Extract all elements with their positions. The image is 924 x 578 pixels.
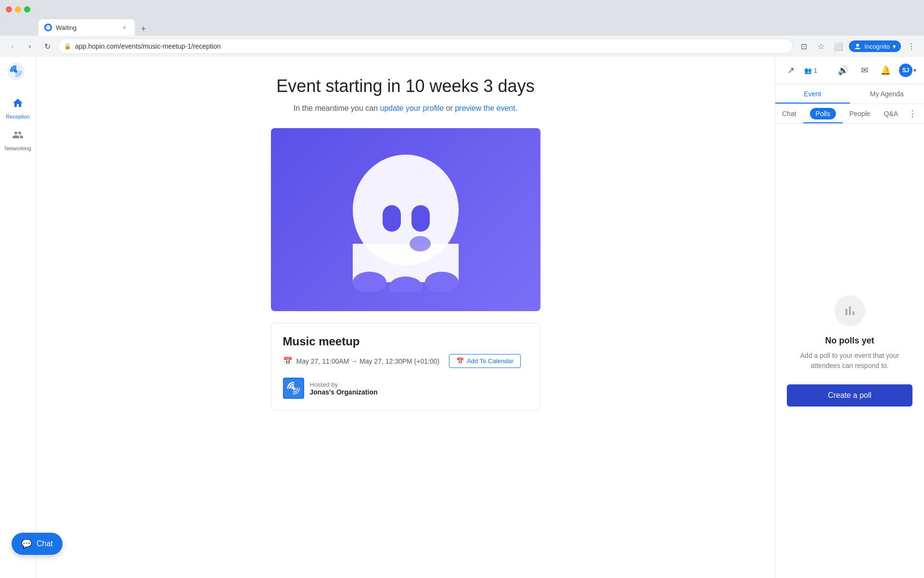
forward-button[interactable]: › bbox=[23, 39, 37, 53]
add-to-calendar-icon: 📅 bbox=[456, 357, 464, 365]
cast-icon[interactable]: ⊡ bbox=[797, 39, 810, 53]
or-text: or bbox=[444, 104, 455, 112]
back-button[interactable]: ‹ bbox=[6, 39, 19, 53]
security-lock-icon: 🔒 bbox=[64, 43, 71, 50]
profile-icon bbox=[854, 42, 861, 50]
svg-point-13 bbox=[292, 387, 295, 390]
panel-left-controls: ↗ 👥 1 bbox=[783, 63, 817, 78]
sub-tab-qa-label: Q&A bbox=[884, 110, 898, 118]
preview-event-link[interactable]: preview the event bbox=[455, 104, 515, 112]
maximize-button[interactable] bbox=[24, 6, 30, 13]
sidebar-item-networking[interactable]: Networking bbox=[1, 125, 34, 155]
app-layout: Reception Networking Event starting in 1… bbox=[0, 57, 924, 578]
subtitle-period: . bbox=[515, 104, 517, 112]
calendar-icon: 📅 bbox=[283, 356, 293, 366]
browser-toolbar: ‹ › ↻ 🔒 app.hopin.com/events/music-meetu… bbox=[0, 36, 924, 57]
tab-search-icon[interactable]: ⬜ bbox=[832, 39, 845, 53]
attendees-count: 1 bbox=[814, 67, 817, 74]
svg-rect-7 bbox=[411, 205, 430, 232]
profile-chevron-icon: ▾ bbox=[893, 43, 896, 50]
new-tab-button[interactable]: + bbox=[137, 22, 150, 36]
reload-button[interactable]: ↻ bbox=[40, 39, 54, 53]
user-avatar: SJ bbox=[899, 64, 912, 77]
event-card: Music meetup 📅 May 27, 11:00AM → May 27,… bbox=[271, 323, 540, 411]
chat-fab-label: Chat bbox=[37, 539, 53, 548]
no-polls-title: No polls yet bbox=[825, 336, 874, 346]
sub-tab-chat[interactable]: Chat bbox=[775, 104, 803, 123]
event-date-row: 📅 May 27, 11:00AM → May 27, 12:30PM (+01… bbox=[283, 354, 528, 368]
hosted-by-section: Hosted by Jonas's Organization bbox=[283, 378, 528, 399]
panel-main-tabs: Event My Agenda bbox=[775, 84, 924, 104]
sidebar: Reception Networking bbox=[0, 57, 36, 578]
minimize-button[interactable] bbox=[15, 6, 21, 13]
event-image-ghost bbox=[343, 147, 468, 292]
right-panel: ↗ 👥 1 🔊 ✉ 🔔 SJ ▾ Event bbox=[775, 57, 924, 578]
share-icon[interactable]: ↗ bbox=[783, 63, 798, 78]
no-polls-description: Add a poll to your event that your atten… bbox=[787, 351, 912, 371]
more-options-icon[interactable]: ⋮ bbox=[905, 39, 918, 53]
volume-icon[interactable]: 🔊 bbox=[835, 63, 851, 78]
tab-my-agenda-label: My Agenda bbox=[870, 90, 904, 98]
browser-titlebar bbox=[0, 0, 924, 18]
event-name: Music meetup bbox=[283, 335, 528, 348]
app-logo[interactable] bbox=[7, 63, 28, 84]
url-text: app.hopin.com/events/music-meetup-1/rece… bbox=[75, 42, 787, 50]
sub-tab-chat-label: Chat bbox=[782, 110, 796, 118]
chat-fab-icon: 💬 bbox=[21, 539, 32, 549]
tab-favicon bbox=[44, 24, 52, 31]
svg-point-8 bbox=[410, 236, 431, 251]
profile-label: Incognito bbox=[864, 43, 890, 50]
star-icon[interactable]: ☆ bbox=[814, 39, 828, 53]
chat-fab-button[interactable]: 💬 Chat bbox=[12, 533, 63, 555]
create-poll-button[interactable]: Create a poll bbox=[787, 384, 912, 407]
networking-label: Networking bbox=[4, 145, 31, 151]
mail-icon[interactable]: ✉ bbox=[857, 63, 872, 78]
tab-my-agenda[interactable]: My Agenda bbox=[850, 84, 924, 104]
add-to-calendar-label: Add To Calendar bbox=[467, 357, 513, 365]
sub-tab-people-label: People bbox=[849, 110, 871, 118]
sidebar-item-reception[interactable]: Reception bbox=[1, 93, 34, 123]
panel-header: ↗ 👥 1 🔊 ✉ 🔔 SJ ▾ bbox=[775, 57, 924, 84]
event-image bbox=[271, 128, 540, 311]
networking-icon bbox=[12, 129, 24, 144]
main-content: Event starting in 10 weeks 3 days In the… bbox=[36, 57, 775, 578]
tab-event-label: Event bbox=[804, 90, 821, 98]
browser-tab-waiting[interactable]: Waiting × bbox=[38, 19, 135, 36]
hosted-by-label: Hosted by bbox=[310, 381, 378, 388]
close-button[interactable] bbox=[6, 6, 12, 13]
tab-event[interactable]: Event bbox=[775, 84, 850, 104]
update-profile-link[interactable]: update your profile bbox=[380, 104, 444, 112]
attendees-badge: 👥 1 bbox=[804, 67, 817, 74]
bell-icon[interactable]: 🔔 bbox=[878, 63, 893, 78]
tab-title: Waiting bbox=[56, 24, 116, 31]
svg-point-9 bbox=[353, 272, 386, 292]
svg-rect-6 bbox=[383, 205, 401, 232]
polls-chip: Polls bbox=[810, 108, 836, 119]
bar-chart-icon bbox=[842, 303, 858, 318]
panel-sub-tabs: Chat Polls People Q&A ⋮ bbox=[775, 104, 924, 124]
home-icon bbox=[12, 97, 24, 112]
host-name: Jonas's Organization bbox=[310, 388, 378, 396]
toolbar-actions: ⊡ ☆ ⬜ Incognito ▾ ⋮ bbox=[797, 39, 918, 53]
event-countdown-title: Event starting in 10 weeks 3 days bbox=[276, 76, 534, 96]
profile-badge[interactable]: Incognito ▾ bbox=[849, 40, 901, 52]
address-bar[interactable]: 🔒 app.hopin.com/events/music-meetup-1/re… bbox=[58, 39, 793, 54]
subtitle-prefix: In the meantime you can bbox=[294, 104, 380, 112]
sub-tab-people[interactable]: People bbox=[843, 104, 877, 123]
tab-close-button[interactable]: × bbox=[120, 23, 129, 32]
event-subtitle: In the meantime you can update your prof… bbox=[294, 104, 517, 113]
polls-empty-state: No polls yet Add a poll to your event th… bbox=[775, 124, 924, 578]
traffic-lights bbox=[6, 6, 30, 13]
svg-point-11 bbox=[425, 272, 459, 292]
reception-label: Reception bbox=[6, 114, 30, 119]
host-logo bbox=[283, 378, 304, 399]
event-date-text: May 27, 11:00AM → May 27, 12:30PM (+01:0… bbox=[296, 357, 440, 365]
panel-right-controls: 🔊 ✉ 🔔 SJ ▾ bbox=[835, 63, 916, 78]
add-to-calendar-button[interactable]: 📅 Add To Calendar bbox=[449, 354, 521, 368]
user-avatar-dropdown[interactable]: SJ ▾ bbox=[899, 64, 916, 77]
no-polls-icon-container bbox=[834, 295, 865, 326]
sub-tab-qa[interactable]: Q&A bbox=[877, 104, 905, 123]
sub-tabs-more-button[interactable]: ⋮ bbox=[905, 104, 920, 123]
host-info: Hosted by Jonas's Organization bbox=[310, 381, 378, 396]
sub-tab-polls[interactable]: Polls bbox=[803, 104, 843, 123]
